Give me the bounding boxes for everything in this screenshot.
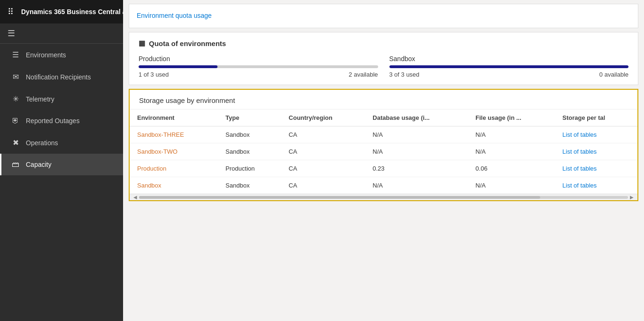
scroll-left-arrow[interactable]: ◀ [132,195,139,200]
sidebar-item-environments-label: Environments [26,51,66,59]
sidebar-item-reported-outages[interactable]: ⛨ Reported Outages [0,110,123,132]
quota-production-col: Production 1 of 3 used 2 available [139,55,378,78]
cell-file-usage-1: N/A [468,143,555,160]
cell-environment-1: Sandbox-TWO [130,143,218,160]
sandbox-available: 0 available [599,71,628,78]
cell-storage-per-table-2: List of tables [555,160,637,177]
env-quota-usage-card: Environment quota usage [129,4,638,28]
table-row: ProductionProductionCA0.230.06List of ta… [130,160,637,177]
cell-type-2: Production [218,160,281,177]
quota-title: Quota of environments [149,39,226,47]
storage-table: Environment Type Country/region Database… [130,110,637,194]
sidebar-item-capacity-label: Capacity [26,161,51,168]
production-available: 2 available [349,71,378,78]
sandbox-stats: 3 of 3 used 0 available [389,71,629,78]
sidebar-nav: ☰ Environments ✉ Notification Recipients… [0,44,123,321]
col-storage-per-table: Storage per tal [555,110,637,126]
list-of-tables-link-0[interactable]: List of tables [562,131,597,138]
sandbox-label: Sandbox [389,55,629,63]
telemetry-icon: ✳ [11,94,20,103]
cell-environment-3: Sandbox [130,177,218,194]
cell-db-usage-1: N/A [365,143,468,160]
sidebar-top-actions: ☰ [0,23,123,44]
grid-dots-icon[interactable]: ⠿ [8,7,15,17]
col-country: Country/region [281,110,365,126]
quota-header: ▦ Quota of environments [139,39,628,47]
sandbox-progress-fill [389,65,629,68]
shield-icon: ⛨ [11,117,20,125]
storage-table-body: Sandbox-THREESandboxCAN/AN/AList of tabl… [130,126,637,194]
sidebar: ⠿ Dynamics 365 Business Central admin ce… [0,0,123,321]
col-db-usage: Database usage (i... [365,110,468,126]
sidebar-item-telemetry-label: Telemetry [26,95,54,103]
col-file-usage: File usage (in ... [468,110,555,126]
sidebar-item-capacity[interactable]: 🗃 Capacity [0,154,123,175]
scroll-right-arrow[interactable]: ▶ [628,195,636,200]
cell-storage-per-table-3: List of tables [555,177,637,194]
cell-type-0: Sandbox [218,126,281,143]
sandbox-used: 3 of 3 used [389,71,419,78]
table-row: Sandbox-TWOSandboxCAN/AN/AList of tables [130,143,637,160]
storage-section-title: Storage usage by environment [139,96,235,104]
cell-country-2: CA [281,160,365,177]
cell-file-usage-0: N/A [468,126,555,143]
environments-icon: ☰ [11,50,20,59]
table-row: SandboxSandboxCAN/AN/AList of tables [130,177,637,194]
capacity-icon: 🗃 [11,160,20,169]
storage-table-head: Environment Type Country/region Database… [130,110,637,126]
cell-country-3: CA [281,177,365,194]
cell-db-usage-2: 0.23 [365,160,468,177]
operations-icon: ✖ [11,138,20,147]
cell-country-1: CA [281,143,365,160]
main-content: Environment quota usage ▦ Quota of envir… [123,0,644,321]
quota-bars: Production 1 of 3 used 2 available Sandb… [139,55,628,78]
hamburger-button[interactable]: ☰ [8,28,15,39]
quota-sandbox-col: Sandbox 3 of 3 used 0 available [389,55,629,78]
scroll-track[interactable] [139,196,628,199]
cell-storage-per-table-1: List of tables [555,143,637,160]
sidebar-header: ⠿ Dynamics 365 Business Central admin ce… [0,0,123,23]
list-of-tables-link-3[interactable]: List of tables [562,182,597,189]
col-environment: Environment [130,110,218,126]
scroll-thumb [139,196,540,199]
cell-country-0: CA [281,126,365,143]
storage-card: Storage usage by environment Environment… [129,89,638,201]
storage-table-header-row: Environment Type Country/region Database… [130,110,637,126]
list-of-tables-link-2[interactable]: List of tables [562,165,597,172]
horizontal-scrollbar[interactable]: ◀ ▶ [130,194,637,200]
sandbox-progress-track [389,65,629,68]
production-stats: 1 of 3 used 2 available [139,71,378,78]
production-used: 1 of 3 used [139,71,169,78]
production-progress-fill [139,65,217,68]
quota-section: ▦ Quota of environments Production 1 of … [129,32,638,85]
sidebar-item-notification-recipients[interactable]: ✉ Notification Recipients [0,66,123,88]
server-icon: ▦ [139,39,145,47]
production-label: Production [139,55,378,63]
cell-storage-per-table-0: List of tables [555,126,637,143]
sidebar-item-notification-label: Notification Recipients [26,73,91,81]
cell-db-usage-3: N/A [365,177,468,194]
cell-db-usage-0: N/A [365,126,468,143]
storage-card-header: Storage usage by environment [130,90,637,110]
env-link-3[interactable]: Sandbox [137,182,161,189]
env-link-1[interactable]: Sandbox-TWO [137,148,178,155]
cell-environment-0: Sandbox-THREE [130,126,218,143]
cell-file-usage-3: N/A [468,177,555,194]
cell-type-1: Sandbox [218,143,281,160]
env-link-0[interactable]: Sandbox-THREE [137,131,184,138]
sidebar-item-operations-label: Operations [26,139,58,147]
cell-type-3: Sandbox [218,177,281,194]
table-row: Sandbox-THREESandboxCAN/AN/AList of tabl… [130,126,637,143]
sidebar-item-reported-outages-label: Reported Outages [26,117,79,125]
cell-file-usage-2: 0.06 [468,160,555,177]
cell-environment-2: Production [130,160,218,177]
env-quota-usage-link[interactable]: Environment quota usage [137,12,630,19]
sidebar-item-environments[interactable]: ☰ Environments [0,44,123,66]
list-of-tables-link-1[interactable]: List of tables [562,148,597,155]
production-progress-track [139,65,378,68]
notification-icon: ✉ [11,72,20,81]
col-type: Type [218,110,281,126]
env-link-2[interactable]: Production [137,165,166,172]
sidebar-item-telemetry[interactable]: ✳ Telemetry [0,88,123,110]
sidebar-item-operations[interactable]: ✖ Operations [0,132,123,154]
